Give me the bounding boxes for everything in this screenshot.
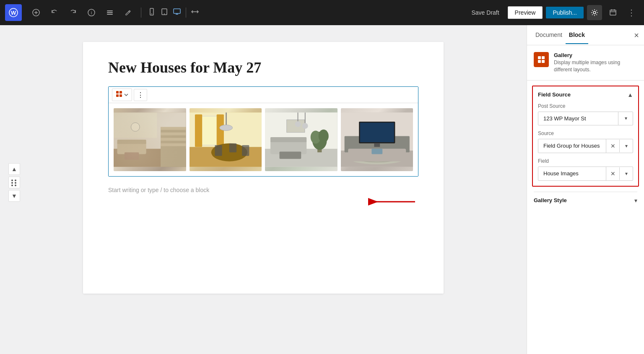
source-dropdown-button[interactable]: ▾ <box>619 140 633 152</box>
svg-rect-81 <box>538 60 541 63</box>
svg-rect-9 <box>107 14 113 15</box>
source-value: Field Group for Houses <box>538 139 606 152</box>
add-block-button[interactable] <box>29 5 44 20</box>
tab-block[interactable]: Block <box>566 26 588 44</box>
gallery-grid <box>109 103 418 176</box>
post-title[interactable]: New Houses for May 27 <box>108 59 418 76</box>
gallery-style-chevron[interactable]: ▾ <box>634 197 637 204</box>
svg-point-50 <box>219 125 232 131</box>
settings-button[interactable] <box>587 5 602 20</box>
svg-rect-74 <box>374 143 380 147</box>
desktop-icon[interactable] <box>171 6 182 19</box>
svg-rect-14 <box>174 9 180 13</box>
field-value: House Images <box>538 167 606 180</box>
svg-rect-8 <box>107 12 113 13</box>
move-up-button[interactable]: ▲ <box>8 163 20 175</box>
block-description: Display multiple images using different … <box>554 59 637 73</box>
right-sidebar: Document Block × Gallery Display multipl… <box>527 25 644 354</box>
sidebar-close-button[interactable]: × <box>634 31 639 39</box>
svg-rect-35 <box>117 140 146 144</box>
svg-rect-21 <box>614 9 615 11</box>
field-source-header: Field Source ▲ <box>538 91 633 98</box>
more-icon: ⋮ <box>137 91 144 99</box>
svg-rect-47 <box>229 143 236 153</box>
move-down-button[interactable]: ▼ <box>8 190 20 202</box>
svg-rect-76 <box>371 149 382 154</box>
svg-rect-55 <box>270 137 306 142</box>
svg-rect-32 <box>161 138 186 141</box>
svg-rect-61 <box>287 120 305 133</box>
post-source-select[interactable]: 123 WP Mayor St <box>538 112 633 125</box>
svg-rect-79 <box>538 56 541 59</box>
svg-text:i: i <box>91 10 92 15</box>
field-source-title: Field Source <box>538 91 571 98</box>
block-info-text: Gallery Display multiple images using di… <box>554 52 637 73</box>
svg-rect-73 <box>360 122 394 142</box>
sidebar-tabs: Document Block × <box>527 25 644 45</box>
save-draft-button[interactable]: Save Draft <box>466 7 504 18</box>
tablet-icon[interactable] <box>159 6 170 19</box>
svg-rect-44 <box>216 115 223 147</box>
source-clear-button[interactable]: ✕ <box>606 139 619 153</box>
post-source-select-wrapper: 123 WP Mayor St ▾ <box>538 112 633 125</box>
wp-logo[interactable]: W <box>5 4 22 21</box>
chevron-down-icon <box>124 94 128 96</box>
gallery-more-button[interactable]: ⋮ <box>134 89 147 101</box>
svg-rect-22 <box>116 91 119 94</box>
gallery-image-4[interactable] <box>341 108 413 171</box>
svg-rect-25 <box>119 94 122 97</box>
gallery-grid-icon <box>116 91 122 99</box>
info-button[interactable]: i <box>84 5 99 20</box>
mobile-icon[interactable] <box>146 6 157 19</box>
svg-rect-43 <box>195 115 202 147</box>
field-field: Field House Images ✕ ▾ <box>538 158 633 181</box>
svg-text:W: W <box>11 10 16 16</box>
toolbar-separator-2 <box>186 8 186 18</box>
svg-rect-38 <box>114 112 157 138</box>
field-source-chevron[interactable]: ▲ <box>627 91 633 98</box>
gallery-image-3[interactable] <box>265 108 338 171</box>
drag-handle[interactable] <box>8 177 20 188</box>
svg-point-18 <box>593 11 596 14</box>
svg-rect-23 <box>119 91 122 94</box>
editor-area[interactable]: ▲ ▼ New Houses for May 27 <box>0 25 527 354</box>
svg-rect-48 <box>242 145 249 156</box>
redo-button[interactable] <box>65 5 80 20</box>
publish-button[interactable]: Publish... <box>546 7 584 18</box>
drag-dots <box>11 180 17 185</box>
svg-rect-27 <box>114 149 186 167</box>
block-placeholder[interactable]: Start writing or type / to choose a bloc… <box>108 187 418 193</box>
preview-button[interactable]: Preview <box>508 6 543 19</box>
block-info-section: Gallery Display multiple images using di… <box>527 45 644 81</box>
gallery-layout-button[interactable] <box>112 88 132 101</box>
source-select: Field Group for Houses ✕ ▾ <box>538 139 633 153</box>
tab-document[interactable]: Document <box>532 26 566 44</box>
list-view-button[interactable] <box>102 5 117 20</box>
main-toolbar: W i <box>0 0 644 25</box>
field-clear-button[interactable]: ✕ <box>606 167 619 180</box>
gallery-block[interactable]: ⋮ <box>108 86 418 177</box>
svg-rect-26 <box>114 112 186 167</box>
svg-rect-34 <box>117 141 146 154</box>
gallery-image-1[interactable] <box>114 108 186 171</box>
field-select: House Images ✕ ▾ <box>538 167 633 181</box>
device-selector <box>146 6 200 19</box>
svg-point-60 <box>319 130 329 143</box>
gallery-style-header: Gallery Style ▾ <box>534 192 637 209</box>
edit-button[interactable] <box>121 5 136 20</box>
block-position-controls: ▲ ▼ <box>8 163 20 202</box>
post-source-field: Post Source 123 WP Mayor St ▾ <box>538 103 633 125</box>
svg-rect-46 <box>215 145 222 156</box>
field-source-section: Field Source ▲ Post Source 123 WP Mayor … <box>532 86 639 187</box>
more-options-button[interactable]: ⋮ <box>624 5 639 20</box>
svg-point-63 <box>295 121 301 127</box>
gallery-image-2[interactable] <box>190 108 262 171</box>
editor-width-icon[interactable] <box>190 6 200 19</box>
gallery-style-section: Gallery Style ▾ <box>527 192 644 209</box>
undo-button[interactable] <box>47 5 62 20</box>
svg-rect-82 <box>542 60 545 63</box>
field-dropdown-button[interactable]: ▾ <box>619 167 633 180</box>
svg-rect-56 <box>280 151 301 159</box>
updates-button[interactable] <box>605 5 621 20</box>
svg-rect-19 <box>610 10 616 15</box>
